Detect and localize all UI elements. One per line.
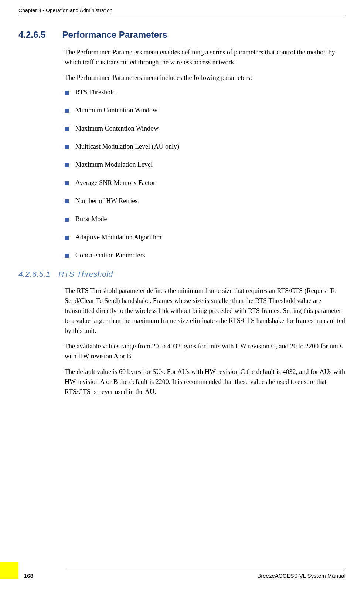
square-bullet-icon xyxy=(65,218,69,222)
bullet-text: Minimum Contention Window xyxy=(75,107,157,114)
list-item: RTS Threshold xyxy=(65,88,346,96)
subsection-title: RTS Threshold xyxy=(58,270,113,279)
list-item: Concatenation Parameters xyxy=(65,252,346,259)
list-item: Adaptive Modulation Algorithm xyxy=(65,233,346,241)
section2-body: The RTS Threshold parameter defines the … xyxy=(65,286,346,397)
bullet-text: Adaptive Modulation Algorithm xyxy=(75,233,161,241)
bullet-text: Multicast Modulation Level (AU only) xyxy=(75,143,179,151)
paragraph: The available values range from 20 to 40… xyxy=(65,341,346,361)
section-title: Performance Parameters xyxy=(62,30,167,40)
list-item: Number of HW Retries xyxy=(65,197,346,205)
page-footer: BreezeACCESS VL System Manual xyxy=(0,562,346,579)
square-bullet-icon xyxy=(65,199,69,203)
list-item: Burst Mode xyxy=(65,215,346,223)
chapter-title: Chapter 4 - Operation and Administration xyxy=(18,7,112,13)
footer-rule xyxy=(67,569,346,569)
bullet-text: Burst Mode xyxy=(75,215,107,223)
square-bullet-icon xyxy=(65,145,69,149)
bullet-text: RTS Threshold xyxy=(75,88,116,96)
list-item: Minimum Contention Window xyxy=(65,107,346,114)
bullet-text: Concatenation Parameters xyxy=(75,252,145,259)
paragraph: The RTS Threshold parameter defines the … xyxy=(65,286,346,336)
section-number: 4.2.6.5 xyxy=(18,30,45,40)
page-content: 4.2.6.5 Performance Parameters The Perfo… xyxy=(18,30,346,402)
subsection-number: 4.2.6.5.1 xyxy=(18,270,50,279)
square-bullet-icon xyxy=(65,181,69,185)
square-bullet-icon xyxy=(65,127,69,131)
square-bullet-icon xyxy=(65,236,69,240)
section-heading-1: 4.2.6.5 Performance Parameters xyxy=(18,30,346,40)
list-item: Maximum Contention Window xyxy=(65,125,346,132)
bullet-list: RTS Threshold Minimum Contention Window … xyxy=(65,88,346,259)
bullet-text: Maximum Modulation Level xyxy=(75,161,153,169)
paragraph: The Performance Parameters menu includes… xyxy=(65,73,346,83)
manual-name: BreezeACCESS VL System Manual xyxy=(67,573,346,579)
page-number: 168 xyxy=(24,573,33,579)
square-bullet-icon xyxy=(65,163,69,167)
list-item: Maximum Modulation Level xyxy=(65,161,346,169)
list-item: Average SNR Memory Factor xyxy=(65,179,346,187)
list-item: Multicast Modulation Level (AU only) xyxy=(65,143,346,151)
bullet-text: Maximum Contention Window xyxy=(75,125,159,132)
yellow-marker xyxy=(0,562,18,579)
page-header: Chapter 4 - Operation and Administration xyxy=(18,7,346,15)
paragraph: The Performance Parameters menu enables … xyxy=(65,47,346,67)
footer-right: BreezeACCESS VL System Manual xyxy=(67,569,346,579)
section-heading-2: 4.2.6.5.1 RTS Threshold xyxy=(18,270,346,279)
square-bullet-icon xyxy=(65,109,69,113)
square-bullet-icon xyxy=(65,254,69,258)
bullet-text: Number of HW Retries xyxy=(75,197,137,205)
bullet-text: Average SNR Memory Factor xyxy=(75,179,155,187)
section1-body: The Performance Parameters menu enables … xyxy=(65,47,346,259)
square-bullet-icon xyxy=(65,91,69,95)
paragraph: The default value is 60 bytes for SUs. F… xyxy=(65,367,346,397)
